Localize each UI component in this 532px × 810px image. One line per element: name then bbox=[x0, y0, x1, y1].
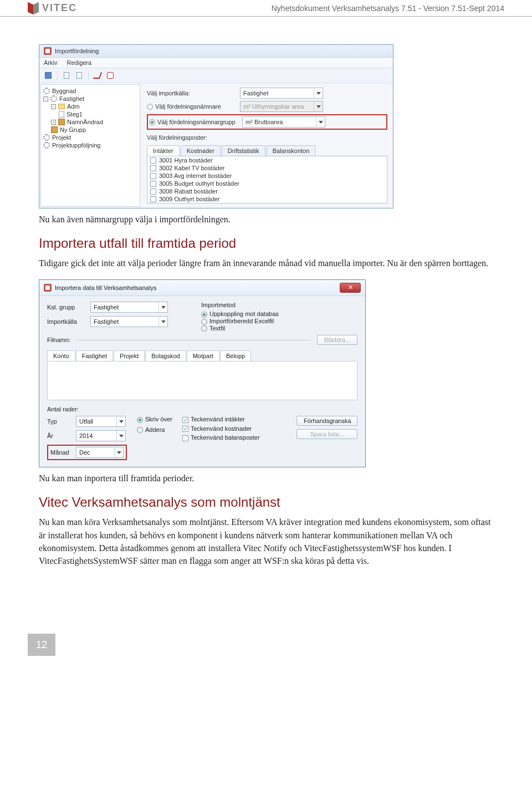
toolbar-red-button[interactable] bbox=[105, 70, 116, 80]
importfordelning-window: Importfördelning Arkiv Redigera Byggnad … bbox=[39, 44, 393, 208]
tree-item-steg1[interactable]: Steg1 bbox=[42, 110, 139, 118]
list-item[interactable]: 3001 Hyra bostäder bbox=[147, 156, 387, 164]
toolbar-doc2-button[interactable] bbox=[74, 70, 85, 80]
list-item[interactable]: 3003 Avg internet bostäder bbox=[147, 172, 387, 180]
chevron-down-icon bbox=[116, 431, 125, 441]
collapse-icon[interactable]: − bbox=[43, 96, 48, 101]
posts-listbox[interactable]: 3001 Hyra bostäder 3002 Kabel TV bostäde… bbox=[147, 156, 387, 203]
radio-icon[interactable] bbox=[201, 325, 207, 332]
checkbox-icon[interactable] bbox=[150, 157, 156, 164]
radio-uppkoppling[interactable]: Uppkoppling mot databas bbox=[201, 310, 279, 318]
toolbar-save-button[interactable] bbox=[43, 70, 54, 80]
label-fordelningsnamnare[interactable]: Välj fördelningsnämnare bbox=[147, 103, 236, 110]
tree-item-adm[interactable]: −Adm bbox=[42, 103, 139, 110]
tab-balanskonton[interactable]: Balanskonton bbox=[267, 145, 316, 156]
chevron-down-icon bbox=[114, 447, 123, 457]
list-label: 3005 Budget outhyrt bostäder bbox=[159, 180, 239, 187]
tab-fastighet[interactable]: Fastighet bbox=[76, 350, 113, 361]
tree-item-fastighet[interactable]: −Fastighet bbox=[42, 95, 139, 103]
cube-icon bbox=[58, 119, 65, 125]
radio-icon[interactable] bbox=[201, 319, 207, 325]
window-title: Importfördelning bbox=[55, 48, 99, 54]
list-item[interactable]: 3002 Kabel TV bostäder bbox=[147, 164, 387, 172]
window-titlebar[interactable]: Importfördelning bbox=[39, 45, 393, 58]
radio-textfil[interactable]: Textfil bbox=[201, 325, 279, 332]
expand-icon[interactable]: + bbox=[51, 120, 56, 125]
cube-icon bbox=[51, 126, 58, 133]
tree-item-projektuppfoljning[interactable]: Projektuppföljning bbox=[42, 141, 139, 149]
radio-icon[interactable] bbox=[137, 427, 143, 433]
paragraph-importera-utfall: Tidigare gick det inte att välja periode… bbox=[39, 257, 493, 269]
toolbar-sig-button[interactable] bbox=[92, 70, 103, 80]
tab-projekt[interactable]: Projekt bbox=[114, 350, 145, 361]
tab-konto[interactable]: Konto bbox=[47, 350, 75, 361]
tree-label: NamnÄndrad bbox=[67, 119, 103, 125]
chevron-down-icon bbox=[316, 117, 325, 127]
radio-skriv-over[interactable]: Skriv över bbox=[137, 416, 172, 423]
toolbar-separator bbox=[57, 71, 58, 80]
radio-icon[interactable] bbox=[137, 417, 143, 423]
radio-label: Textfil bbox=[209, 325, 225, 332]
tree-pane[interactable]: Byggnad −Fastighet −Adm Steg1 +NamnÄndra… bbox=[40, 84, 140, 207]
column-tabs: Konto Fastighet Projekt Bolagskod Motpar… bbox=[47, 350, 357, 361]
chevron-down-icon bbox=[314, 101, 323, 111]
tab-motpart[interactable]: Motpart bbox=[187, 350, 219, 361]
radio-excelfil[interactable]: Importförberedd Excelfil bbox=[201, 318, 279, 325]
forhandsgranska-button[interactable]: Förhandsgranska bbox=[296, 416, 357, 426]
list-item[interactable]: 3008 Rabatt bostäder bbox=[147, 187, 387, 195]
radio-icon[interactable] bbox=[147, 104, 153, 110]
menu-redigera[interactable]: Redigera bbox=[67, 59, 92, 66]
list-item[interactable]: 3005 Budget outhyrt bostäder bbox=[147, 180, 387, 187]
filnamn-input[interactable] bbox=[76, 340, 311, 340]
list-item[interactable]: 3009 Outhyrt bostäder bbox=[147, 195, 387, 203]
checkbox-icon[interactable] bbox=[182, 426, 188, 432]
fordelningsnamnare-dropdown: m² Uthyrningsbar area bbox=[240, 101, 323, 112]
chk-teck-balans[interactable]: Teckenvänd balansposter bbox=[182, 434, 260, 441]
checkbox-icon[interactable] bbox=[150, 173, 156, 179]
tab-bolagskod[interactable]: Bolagskod bbox=[145, 350, 186, 361]
toolbar-separator bbox=[88, 71, 89, 80]
kst-grupp-dropdown[interactable]: Fastighet bbox=[90, 302, 168, 313]
tree-item-projekt[interactable]: Projekt bbox=[42, 134, 139, 141]
radio-icon[interactable] bbox=[149, 119, 155, 125]
tree-item-namnandrad[interactable]: +NamnÄndrad bbox=[42, 118, 139, 126]
data-grid[interactable] bbox=[47, 361, 357, 400]
label-filnamn: Filnamn: bbox=[47, 337, 70, 343]
gear-icon bbox=[50, 95, 57, 102]
chk-teck-kostnader[interactable]: Teckenvänd kostnader bbox=[182, 425, 260, 432]
checkbox-icon[interactable] bbox=[150, 165, 156, 171]
tree-item-byggnad[interactable]: Byggnad bbox=[42, 87, 139, 95]
window-titlebar[interactable]: Importera data till Verksamhetsanalys ✕ bbox=[39, 280, 365, 296]
manad-dropdown[interactable]: Dec bbox=[76, 447, 124, 458]
label-fordelningsnamnargrupp[interactable]: Välj fördelningsnämnargrupp bbox=[149, 119, 238, 126]
chk-teck-intakter[interactable]: Teckenvänd intäkter bbox=[182, 416, 260, 423]
toolbar-doc-button[interactable] bbox=[61, 70, 72, 80]
checkbox-icon[interactable] bbox=[150, 196, 156, 202]
label-fordelningsposter: Välj fördelningsposter: bbox=[147, 134, 387, 141]
ar-dropdown[interactable]: 2014 bbox=[76, 430, 126, 441]
tab-driftstatistik[interactable]: Driftstatistik bbox=[222, 145, 265, 156]
paragraph-molntjanst: Nu kan man köra Verksamhetsanalys som mo… bbox=[39, 516, 493, 567]
radio-addera[interactable]: Addera bbox=[137, 426, 172, 434]
radio-icon[interactable] bbox=[201, 312, 207, 318]
page-number: 12 bbox=[28, 634, 55, 656]
tree-item-nygrupp[interactable]: Ny Grupp bbox=[42, 126, 139, 134]
close-button[interactable]: ✕ bbox=[340, 283, 361, 293]
fordelningsnamnargrupp-dropdown[interactable]: m² Bruttoarea bbox=[242, 116, 325, 128]
radio-label: Skriv över bbox=[145, 416, 172, 422]
tab-belopp[interactable]: Belopp bbox=[220, 350, 251, 361]
menu-arkiv[interactable]: Arkiv bbox=[44, 59, 57, 66]
label-ar: År bbox=[47, 432, 71, 439]
checkbox-icon[interactable] bbox=[150, 189, 156, 195]
typ-dropdown[interactable]: Utfall bbox=[76, 416, 126, 427]
vitec-logo-icon bbox=[28, 3, 39, 13]
page-header: VITEC Nyhetsdokument Verksamhetsanalys 7… bbox=[0, 0, 532, 17]
checkbox-icon[interactable] bbox=[150, 181, 156, 187]
collapse-icon[interactable]: − bbox=[51, 104, 56, 109]
tab-intakter[interactable]: Intäkter bbox=[147, 145, 180, 156]
importkalla-dropdown[interactable]: Fastighet bbox=[90, 316, 168, 327]
importkalla-dropdown[interactable]: Fastighet bbox=[240, 88, 323, 99]
checkbox-icon[interactable] bbox=[182, 417, 188, 423]
checkbox-icon[interactable] bbox=[182, 435, 188, 441]
tab-kostnader[interactable]: Kostnader bbox=[181, 145, 221, 156]
